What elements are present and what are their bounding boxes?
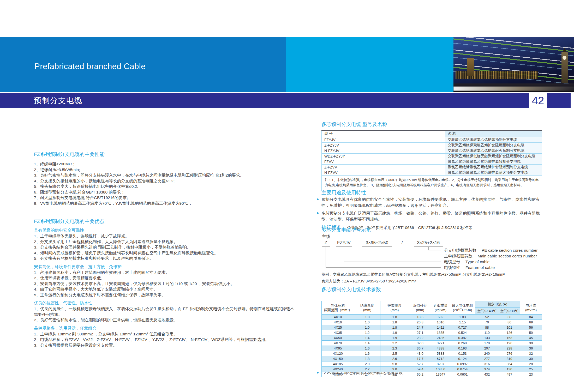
cell: 4X70 [322, 341, 354, 346]
cell: 69 [520, 320, 542, 325]
formula-type-code: FZYJV [336, 240, 352, 246]
cell: 23 [520, 372, 542, 377]
page-number-box: 42 [529, 93, 547, 108]
cell: 1.0 [354, 315, 380, 320]
tech-params-table: 导体标称截面范围（mm²） 绝缘厚度(mm) 护套厚度(mm) 近似外径(mm)… [321, 301, 542, 377]
cell: 153 [499, 335, 520, 341]
col-header-sheath: 护套厚度(mm) [380, 301, 409, 315]
cell: 2.4 [354, 372, 380, 377]
designation-notation: 表示方法为：ZA – FZYJV 3×95+2×50 / 3×25+2×16 m… [321, 279, 416, 284]
cell: 1.8 [380, 320, 409, 325]
cell: 1.8 [354, 356, 380, 361]
bigben-tower [561, 52, 568, 83]
table-note: 注：1、未做特别说明时，电缆额定电压（U0/U）均为0.6/1kV 铜导体低压电… [322, 176, 542, 191]
cell: 0.524 [450, 330, 475, 335]
cell: 101 [499, 325, 520, 330]
cell: 24.7 [409, 325, 431, 330]
model-cell: Z-FZVV [322, 165, 445, 170]
models-table-footer: 注：1、未做特别说明时，电缆额定电压（U0/U）均为0.6/1kV 铜导体低压电… [322, 176, 542, 191]
subsection-heading: 安装简便，环境条件要求低，施工方便，免维护 [34, 264, 295, 270]
cell: 0.0754 [450, 367, 475, 372]
formula-main-section: 3×95+2×50 [362, 240, 392, 246]
table-row: 4X185 2.0 5.8 52.7 8207 0.0997 316 364 2… [322, 361, 542, 367]
name-cell: 聚氯乙烯绝缘聚氯乙烯绝缘护套耐火预制分支电缆 [445, 170, 542, 176]
tech-params-header: 导体标称截面范围（mm²） 绝缘厚度(mm) 护套厚度(mm) 近似外径(mm)… [322, 301, 542, 315]
cell: 0.0601 [450, 372, 475, 377]
cell: 70 [475, 320, 499, 325]
cell: 4X35 [322, 330, 354, 335]
list-item: 1、主干电缆导体无接头、连续性好，减少了故障点。 [34, 233, 295, 239]
cell: 43.0 [409, 351, 431, 356]
cell: 1.9 [380, 335, 409, 341]
model-cell: Z-FZYJV [322, 143, 445, 148]
cell: 4X300 [322, 372, 354, 377]
formula-slash: / [400, 240, 404, 245]
callout-label-en: Feature of cable [465, 265, 495, 270]
cell: 28.2 [409, 335, 431, 341]
cell: 2.6 [380, 356, 409, 361]
cell: 207 [475, 346, 499, 351]
formula-feature-code: Z [322, 240, 330, 246]
formula-branch-section: 3×25+2×16 [414, 240, 443, 246]
model-demo-heading: 多芯分支电缆型号示范 [321, 227, 542, 233]
models-table: 型 号 名 称 FZYJV 交联聚乙烯绝缘聚氯乙烯护套预制分支电缆 Z-FZYJ… [321, 130, 542, 191]
callout-branch-cores: 分支电缆截面芯数PE cable section cores number [444, 248, 538, 252]
cell: 170 [475, 341, 499, 346]
cell: 25 [520, 367, 542, 372]
list-item: 3、良好气密性与防水性，即将分支接头浸入水中，在水与电缆芯之间测量绝缘电阻和工频… [34, 172, 295, 178]
list-item: 1、占用建筑面积小，有利于建筑面积的有效使用，对土建的间尺寸无要求。 [34, 270, 295, 275]
model-cell: WDZ-FZYJY [322, 154, 445, 159]
advantage-list-4: 1、主电缆从 10mm2 到 300mm2 ，分支电缆从 10mm² 120mm… [34, 331, 295, 348]
cell: 36.7 [409, 346, 431, 351]
list-item: 7、耐火型预制分支电缆电缆 符合GB/T19216的要求; [34, 195, 295, 201]
page-number: 42 [532, 94, 544, 107]
cell: 88 [475, 325, 499, 330]
col-header-conductor: 导体标称截面范围（mm²） [322, 301, 354, 315]
cell: 4X185 [322, 361, 354, 367]
list-item: 3、分支接头结构合理并采用先进的 预制工艺制作，接触电阻极小，不受热胀冷缩影响。 [34, 244, 295, 250]
cell: 1.0 [354, 320, 380, 325]
col-header-weight: 近似重量(kg/km) [431, 301, 450, 315]
callout-cable-type: 电缆型号Type of cable [444, 260, 489, 264]
list-item: 8、VV型电缆的铜芯的最高工作温度为70℃，YJV型电缆的铜芯的最高工作温度为9… [34, 201, 295, 206]
usage-bullet: 多芯预制分支电缆广泛适用于高层建筑、机场、铁路、公路、路灯、桥梁、隧道的照明系统… [321, 210, 542, 222]
cell: 0.153 [450, 351, 475, 356]
cell: 4X150 [322, 356, 354, 361]
cell: 20.8 [409, 320, 431, 325]
cell: 4X25 [322, 325, 354, 330]
cell: 80 [499, 320, 520, 325]
cell: 1.4 [354, 335, 380, 341]
cell: 18.6 [409, 315, 431, 320]
usage-heading: 主要用途及使用特性 [321, 189, 542, 196]
cell: 52 [475, 315, 499, 320]
cell: 36 [520, 346, 542, 351]
name-cell: 聚氯乙烯绝缘聚氯乙烯绝缘护套预制分支电缆 [445, 159, 542, 165]
models-table-header: 型 号 名 称 [322, 130, 542, 137]
list-item: 5、正常运行的预制分支电缆系统平时不需要任何维护保养，故障率为零。 [34, 292, 295, 298]
cell: 32.0 [409, 341, 431, 346]
callout-label-zh: 电缆型号 [444, 260, 460, 264]
list-item: 1、绝缘电阻≥200MΩ； [34, 161, 295, 167]
cell: 4X240 [322, 367, 354, 372]
column-header-model: 型 号 [322, 130, 445, 137]
list-item: 3、分支接可根据楼层需要任意设定分支位置。 [34, 342, 295, 348]
performance-list: 1、绝缘电阻≥200MΩ；2、绝缘耐压≥3.5kV/5min;3、良好气密性与防… [34, 161, 295, 206]
callout-label-zh: 电缆特性 [444, 265, 460, 270]
model-cell: N-FZYJV [322, 148, 445, 154]
cell: 52.7 [409, 361, 431, 367]
cell: 2435 [431, 335, 450, 341]
cell: 0.193 [450, 346, 475, 351]
col-header-resistance: 最大导体电阻(20℃Ω/Km) [450, 301, 475, 315]
cell: 65.2 [409, 372, 431, 377]
cell: 45 [520, 335, 542, 341]
cell: 1835 [431, 330, 450, 335]
cell: 60 [499, 315, 520, 320]
col-header-air40: 空气中 40℃ [475, 308, 499, 315]
cell: 319 [499, 356, 520, 361]
cell: 1411 [431, 325, 450, 330]
cell: 497 [499, 372, 520, 377]
tech-params-heading: 多芯预制分支电缆技术参数 [321, 286, 542, 293]
model-cell: FZVV [322, 159, 445, 165]
section-performance: FZ系列预制分支电缆的主要性能 1、绝缘电阻≥200MΩ；2、绝缘耐压≥3.5k… [34, 151, 295, 206]
models-table-body: FZYJV 交联聚乙烯绝缘聚氯乙烯护套预制分支电缆 Z-FZYJV 交联聚乙烯绝… [322, 137, 542, 176]
